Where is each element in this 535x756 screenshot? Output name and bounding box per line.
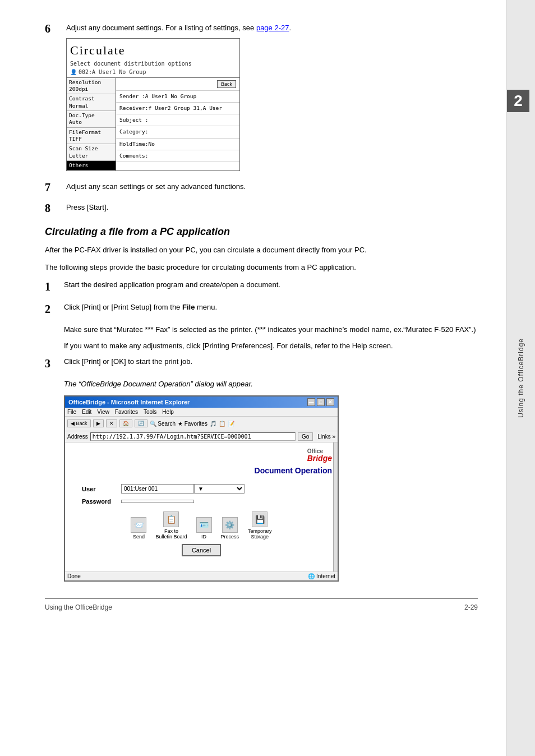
toolbar-favorites[interactable]: ★ Favorites [178, 421, 207, 427]
back-button[interactable]: Back [217, 80, 236, 88]
menu-help[interactable]: Help [162, 409, 174, 415]
toolbar-media[interactable]: 🎵 [210, 421, 216, 427]
section-para1: After the PC-FAX driver is installed on … [45, 245, 478, 256]
ie-logo: Office Bridge [307, 448, 332, 463]
circ-row-receiver: Receiver:f User2 Group 31,A User [116, 103, 239, 114]
toolbar-mail[interactable]: 📝 [228, 421, 234, 427]
circulate-user: 👤 002:A User1 No Group [70, 68, 236, 76]
fax-label: Fax toBulletin Board [155, 528, 187, 540]
circ-row-sender: Sender :A User1 No Group [116, 91, 239, 103]
ie-icons-row: 📨 Send 📋 Fax toBulletin Board 🪪 ID ⚙️ Pr… [71, 511, 332, 540]
storage-icon: 💾 [252, 511, 268, 527]
pc-step-3-note: The “OfficeBridge Document Operation” di… [64, 379, 478, 390]
ie-maximize-button[interactable]: □ [317, 398, 325, 406]
ie-password-label: Password [82, 498, 121, 505]
ie-doc-op-title: Document Operation [71, 466, 332, 475]
circulate-subtitle: Select document distribution options [70, 59, 236, 68]
ie-toolbar: ◀ Back ▶ ✕ 🏠 🔄 🔍 Search ★ Favorites 🎵 📋 … [65, 417, 338, 431]
ie-password-input[interactable] [121, 500, 194, 503]
pc-step-2-text: Click [Print] or [Print Setup] from the … [64, 302, 478, 314]
pc-step-2-text-before: Click [Print] or [Print Setup] from the [64, 303, 182, 311]
ie-window: OfficeBridge - Microsoft Internet Explor… [64, 395, 339, 582]
storage-label: TemporaryStorage [248, 528, 272, 540]
circ-item-scansize[interactable]: Scan SizeLetter [67, 144, 116, 161]
circ-row-holdtime: HoldTime:No [116, 139, 239, 150]
ie-user-select[interactable]: ▼ [194, 484, 245, 494]
circ-item-others[interactable]: Others [67, 161, 116, 170]
ie-icon-send[interactable]: 📨 Send [131, 517, 146, 540]
toolbar-home-btn[interactable]: 🏠 [119, 420, 132, 427]
go-button[interactable]: Go [298, 432, 313, 441]
ie-form-password-row: Password [71, 498, 332, 505]
address-input[interactable]: http://192.1.37.99/FA/Login.htm?SERVICE=… [90, 432, 296, 441]
menu-file[interactable]: File [67, 409, 76, 415]
circulate-title: Circulate [70, 41, 236, 59]
ie-icon-process[interactable]: ⚙️ Process [221, 517, 239, 540]
step-8-text: Press [Start]. [66, 202, 478, 213]
pc-step-3-number: 3 [45, 356, 61, 371]
process-icon: ⚙️ [222, 517, 238, 533]
toolbar-history[interactable]: 📋 [219, 421, 225, 427]
ie-address-bar: Address http://192.1.37.99/FA/Login.htm?… [65, 431, 338, 442]
menu-edit[interactable]: Edit [82, 409, 91, 415]
step-6-link[interactable]: page 2-27 [256, 24, 289, 32]
page-container: 6 Adjust any document settings. For a li… [0, 0, 535, 756]
step-8-container: 8 Press [Start]. [45, 202, 478, 215]
step-7-number: 7 [45, 181, 62, 194]
toolbar-search[interactable]: 🔍 Search [150, 421, 176, 427]
step-7-container: 7 Adjust any scan settings or set any ad… [45, 181, 478, 194]
fax-icon: 📋 [163, 511, 179, 527]
step-6-container: 6 Adjust any document settings. For a li… [45, 22, 478, 171]
toolbar-refresh-btn[interactable]: 🔄 [135, 420, 147, 427]
pc-step-1: 1 Start the desired application program … [45, 279, 478, 294]
ie-scrollbar[interactable] [333, 442, 338, 571]
ie-cancel-button[interactable]: Cancel [182, 544, 221, 556]
ie-icon-fax[interactable]: 📋 Fax toBulletin Board [155, 511, 187, 540]
circulate-left: Resolution200dpi ContrastNormal Doc.Type… [67, 78, 116, 171]
ie-logo-area: Office Bridge [71, 448, 332, 463]
menu-view[interactable]: View [97, 409, 109, 415]
circulate-header: Circulate Select document distribution o… [67, 39, 239, 78]
circ-row-category: Category: [116, 126, 239, 138]
send-icon: 📨 [131, 517, 146, 533]
pc-step-3: 3 Click [Print] or [OK] to start the pri… [45, 356, 478, 371]
section-para2: The following steps provide the basic pr… [45, 262, 478, 274]
circ-item-contrast[interactable]: ContrastNormal [67, 94, 116, 111]
address-label: Address [67, 434, 88, 440]
step-6-period: . [289, 24, 291, 32]
pc-step-1-text: Start the desired application program an… [64, 279, 478, 291]
bottom-line: Using the OfficeBridge 2-29 [45, 598, 478, 611]
toolbar-forward-btn[interactable]: ▶ [93, 420, 104, 427]
ie-titlebar-buttons: — □ ✕ [307, 398, 334, 406]
right-sidebar: 2 Using the OfficeBridge [506, 0, 535, 756]
chapter-number: 2 [507, 90, 529, 112]
ie-icon-storage[interactable]: 💾 TemporaryStorage [248, 511, 272, 540]
ie-minimize-button[interactable]: — [307, 398, 315, 406]
pc-step-2-number: 2 [45, 302, 61, 316]
id-label: ID [201, 534, 206, 540]
circ-item-resolution[interactable]: Resolution200dpi [67, 78, 116, 95]
ie-user-input[interactable]: 001:User 001 [121, 484, 194, 494]
ie-title: OfficeBridge - Microsoft Internet Explor… [68, 399, 190, 405]
toolbar-back-btn[interactable]: ◀ Back [67, 420, 91, 427]
ie-close-button[interactable]: ✕ [326, 398, 334, 406]
menu-favorites[interactable]: Favorites [115, 409, 138, 415]
circ-item-doctype[interactable]: Doc.TypeAuto [67, 111, 116, 128]
circ-item-fileformat[interactable]: FileFormatTIFF [67, 128, 116, 145]
pc-step-2-indent2: If you want to make any adjustments, cli… [64, 340, 478, 352]
menu-tools[interactable]: Tools [144, 409, 156, 415]
ie-status-left: Done [67, 573, 81, 579]
process-label: Process [221, 534, 239, 540]
circ-row-comments: Comments: [116, 150, 239, 162]
toolbar-stop-btn[interactable]: ✕ [106, 420, 117, 427]
footer-right: 2-29 [464, 603, 478, 611]
ie-icon-id[interactable]: 🪪 ID [196, 517, 212, 540]
footer-left: Using the OfficeBridge [45, 603, 112, 611]
ie-status-right: 🌐 Internet [308, 573, 335, 579]
step-6-number: 6 [45, 22, 62, 35]
links-label: Links » [317, 434, 335, 440]
pc-step-2-bold: File [182, 303, 195, 311]
ie-titlebar: OfficeBridge - Microsoft Internet Explor… [65, 397, 338, 408]
circulate-body: Resolution200dpi ContrastNormal Doc.Type… [67, 78, 239, 171]
circulate-right: Back Sender :A User1 No Group Receiver:f… [116, 78, 239, 171]
